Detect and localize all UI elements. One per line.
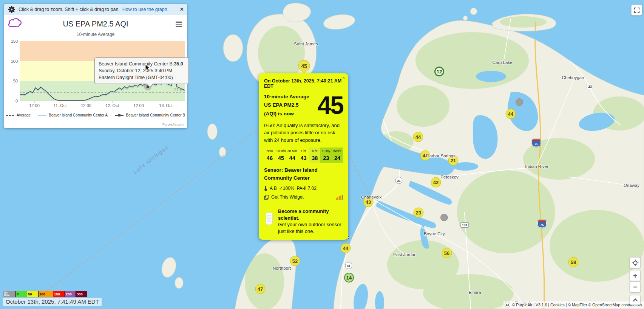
town-label-boyne-city: Boyne City xyxy=(424,231,445,236)
popup-timestamp: On October 13th, 2025, 7:40:21 AM EDT xyxy=(264,78,343,89)
x-tick-11-oct: 11. Oct xyxy=(54,103,67,108)
popup-widget-row: Get This Widget xyxy=(264,194,343,200)
legend-item-beaver-island-community-center-b[interactable]: Beaver Island Community Center B xyxy=(115,113,185,117)
town-label-charlevoix: Charlevoix xyxy=(361,195,381,199)
collapse-arrow-button[interactable] xyxy=(630,295,641,305)
road-shield-75: 75 xyxy=(532,139,541,147)
aqi-marker-12[interactable]: 12 xyxy=(434,67,444,76)
avg-column-1-day[interactable]: 1 Day23 xyxy=(320,148,332,163)
popup-metric-label: 10-minute Average US EPA PM2.5 (AQI) is … xyxy=(264,93,318,118)
aqi-marker-42[interactable]: 42 xyxy=(431,177,441,188)
settings-gear-icon[interactable] xyxy=(8,5,16,14)
aqi-marker-nodata[interactable] xyxy=(440,214,448,221)
sensor-device-image xyxy=(264,208,274,229)
town-label-cheboygan: Cheboygan xyxy=(562,75,584,80)
scale-segment-200: 200 xyxy=(65,291,76,297)
tooltip-date: Sunday, October 12, 2025 3:40 PM xyxy=(99,68,172,73)
hog-island xyxy=(323,12,356,31)
get-widget-link[interactable]: Get This Widget xyxy=(271,194,304,200)
garden-island xyxy=(283,3,311,22)
map-timestamp: October 13th, 2025, 7:41:49 AM EDT xyxy=(3,298,102,306)
popup-sensor-name: Sensor: Beaver Island Community Center xyxy=(264,166,343,182)
fullscreen-icon xyxy=(633,7,640,14)
avg-column-now[interactable]: Now46 xyxy=(264,148,275,163)
x-tick-12-00: 12:00 xyxy=(29,103,40,108)
aqi-marker-45[interactable]: 45 xyxy=(298,60,310,72)
avg-column-10-min[interactable]: 10 Min45 xyxy=(275,148,287,163)
zoom-in-button[interactable]: + xyxy=(630,270,641,281)
aqi-marker-47[interactable]: 47 xyxy=(255,284,266,294)
tooltip-value: 35.0 xyxy=(174,61,183,67)
community-cta[interactable]: Become a community scientist. Get your o… xyxy=(264,208,343,234)
scale-segment-0: 0 xyxy=(15,291,27,297)
chart-legend: AverageBeaver Island Community Center AB… xyxy=(4,113,187,117)
town-label-east-jordan: East Jordan xyxy=(393,252,416,257)
avg-column-6-hr[interactable]: 6 hr38 xyxy=(309,148,320,163)
legend-item-beaver-island-community-center-a[interactable]: Beaver Island Community Center A xyxy=(38,113,108,117)
locate-me-button[interactable] xyxy=(630,257,641,268)
road-shield-31: 31 xyxy=(395,177,403,184)
aqi-marker-58[interactable]: 58 xyxy=(568,257,579,267)
chevron-up-icon xyxy=(632,298,638,302)
zoom-out-button[interactable]: − xyxy=(630,281,641,292)
chart-title: US EPA PM2.5 AQI xyxy=(4,20,187,28)
thermometer-icon xyxy=(264,186,267,191)
cta-title: Become a community scientist. xyxy=(278,208,343,221)
town-label-carp-lake: Carp Lake xyxy=(492,60,512,65)
aqi-marker-44[interactable]: 44 xyxy=(341,243,351,253)
aqi-marker-52[interactable]: 52 xyxy=(290,256,300,266)
map-attribution: 32 © PurpleAir | V3.1.6 | Cookies | © Ma… xyxy=(503,301,644,308)
sensor-model: PA-II 7.02 xyxy=(297,186,316,191)
attribution-text[interactable]: © PurpleAir | V3.1.6 | Cookies | © MapTi… xyxy=(512,303,642,307)
chart-subtitle: 10-minute Average xyxy=(4,32,187,37)
aqi-marker-44[interactable]: 44 xyxy=(413,132,423,142)
aqi-marker-14[interactable]: 14 xyxy=(344,273,354,283)
tooltip-series-name: Beaver Island Community Center B: xyxy=(99,61,174,67)
sensor-popup: × On October 13th, 2025, 7:40:21 AM EDT … xyxy=(259,73,348,240)
signal-bars-icon xyxy=(336,195,343,200)
aqi-marker-23[interactable]: 23 xyxy=(414,208,424,218)
locate-icon xyxy=(632,259,639,266)
how-to-use-link[interactable]: How to use the graph. xyxy=(122,7,168,12)
scale-segment-100: 100 xyxy=(38,291,53,297)
road-shield-23: 23 xyxy=(587,84,593,89)
scale-segment-300: 300 xyxy=(76,291,87,297)
chart-tooltip: Beaver Island Community Center B:35.0 Su… xyxy=(94,57,189,84)
high-island xyxy=(223,34,243,62)
scale-segment-150: 150 xyxy=(53,291,65,297)
tooltip-timezone: Eastern Daylight Time (GMT-04:00) xyxy=(99,75,173,80)
popup-aqi-value: 45 xyxy=(318,93,343,117)
purpleair-credit-link[interactable]: PurpleAir.com xyxy=(162,123,184,126)
scale-segment-50: 50 xyxy=(27,291,38,297)
town-label-harbor-springs: Harbor Springs xyxy=(426,154,455,158)
close-graph-icon[interactable]: × xyxy=(180,6,184,12)
road-shield-75: 75 xyxy=(537,220,547,228)
purpleair-map-app: Lake Michigan Saint JamesCarp LakeCheboy… xyxy=(0,0,644,309)
avg-column-1-hr[interactable]: 1 hr43 xyxy=(298,148,309,163)
scale-segment-no-data: NoData xyxy=(3,291,15,297)
x-tick-12-00: 12:00 xyxy=(133,103,144,108)
graph-panel: Click & drag to zoom. Shift + click & dr… xyxy=(4,4,187,128)
town-label-saint-james: Saint James xyxy=(294,42,318,46)
popup-close-icon[interactable]: × xyxy=(342,75,345,81)
channel-labels: A B xyxy=(270,186,277,191)
road-shield-31: 31 xyxy=(345,262,352,269)
avg-column-30-min[interactable]: 30 Min44 xyxy=(287,148,298,163)
x-tick-13-oct: 13. Oct xyxy=(159,103,172,108)
fullscreen-button[interactable] xyxy=(631,5,642,16)
x-tick-12-oct: 12. Oct xyxy=(105,103,119,108)
fox-island xyxy=(160,256,178,279)
town-label-indian-river: Indian River xyxy=(525,164,548,169)
chart-menu-icon[interactable] xyxy=(176,22,182,28)
hint-text: Click & drag to zoom. Shift + click & dr… xyxy=(19,7,120,12)
aqi-marker-56[interactable]: 56 xyxy=(442,248,452,258)
legend-item-average[interactable]: Average xyxy=(6,113,31,117)
popup-channel-row: A B ✓100% PA-II 7.02 xyxy=(264,186,343,191)
average-value-label: 21.6 xyxy=(174,87,182,92)
y-tick-0: 0 xyxy=(6,99,18,103)
town-label-elmira: Elmira xyxy=(469,290,481,295)
aqi-marker-nodata[interactable] xyxy=(516,98,523,106)
aqi-marker-44[interactable]: 44 xyxy=(506,109,516,119)
avg-column-week[interactable]: Week24 xyxy=(332,148,343,163)
widget-icon xyxy=(264,195,269,200)
